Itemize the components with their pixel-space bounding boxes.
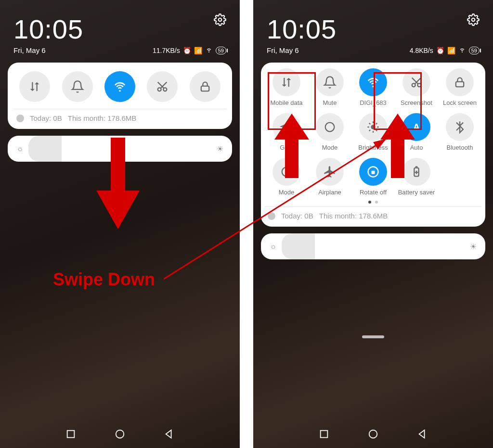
- data-usage-row[interactable]: Today: 0B This month: 178.6MB: [13, 109, 226, 125]
- date-label: Fri, May 6: [13, 46, 46, 54]
- wifi-status-icon: [205, 46, 213, 55]
- svg-point-0: [219, 18, 222, 22]
- tile-label: Lock screen: [443, 99, 477, 106]
- data-usage-row[interactable]: Today: 0B This month: 178.6MB: [265, 206, 481, 223]
- quick-panel-collapsed: Today: 0B This month: 178.6MB: [8, 63, 232, 129]
- usage-today: Today: 0B: [30, 114, 62, 122]
- svg-line-17: [376, 130, 377, 131]
- svg-rect-28: [321, 431, 328, 438]
- tutorial-dual-phone: 10:05 Fri, May 6 11.7KB/s ⏰ 📶 59: [0, 0, 493, 448]
- brightness-track[interactable]: [282, 233, 465, 259]
- date-label: Fri, May 6: [267, 46, 299, 54]
- bell-icon[interactable]: [316, 68, 344, 96]
- status-area: 10:05 Fri, May 6 11.7KB/s ⏰ 📶 59: [0, 0, 240, 57]
- nav-home[interactable]: [115, 429, 125, 439]
- brightness-low-icon: ☼: [16, 144, 24, 153]
- tile-bluetooth[interactable]: Bluetooth: [438, 113, 481, 151]
- svg-rect-9: [456, 82, 464, 87]
- svg-point-6: [472, 18, 475, 22]
- tile-label: Battery saver: [398, 189, 435, 196]
- svg-point-5: [116, 430, 124, 438]
- alarm-icon: ⏰: [183, 47, 191, 54]
- svg-point-10: [325, 123, 335, 132]
- usage-month: This month: 178.6MB: [68, 114, 137, 122]
- lock-icon[interactable]: [446, 68, 474, 96]
- brightness-high-icon: ☀: [217, 144, 223, 154]
- tile-label: Mode: [322, 144, 338, 151]
- brightness-high-icon: ☀: [470, 242, 477, 251]
- annotation-caption: Swipe Down: [53, 269, 155, 290]
- svg-rect-4: [67, 431, 75, 438]
- signal-icon: 📶: [447, 47, 455, 54]
- tile-label: Mute: [323, 99, 337, 106]
- svg-line-16: [369, 123, 370, 124]
- tile-label: Mode: [279, 189, 295, 196]
- annotation-arrow-up-2: [380, 114, 415, 178]
- nav-recent[interactable]: [65, 429, 76, 439]
- info-icon: [268, 212, 275, 220]
- toggle-lock[interactable]: [190, 71, 221, 102]
- phone-left: 10:05 Fri, May 6 11.7KB/s ⏰ 📶 59: [0, 0, 240, 448]
- gear-icon[interactable]: [214, 13, 226, 26]
- annotation-arrow-up-1: [274, 114, 309, 178]
- net-speed: 4.8KB/s: [410, 47, 433, 54]
- status-area: 10:05 Fri, May 6 4.8KB/s ⏰ 📶 59: [253, 0, 493, 57]
- brightness-slider[interactable]: ☼ ☀: [261, 233, 485, 259]
- tile-label: Bluetooth: [447, 144, 473, 151]
- toggle-row: [13, 69, 226, 107]
- toggle-mobile-data[interactable]: [19, 71, 50, 102]
- signal-icon: 📶: [194, 47, 202, 54]
- toggle-mute[interactable]: [62, 71, 93, 102]
- toggle-screenshot[interactable]: [147, 71, 178, 102]
- toggle-wifi[interactable]: [104, 71, 135, 102]
- nav-bar: [253, 429, 493, 439]
- battery-indicator: 59: [216, 47, 226, 54]
- wifi-status-icon: [458, 46, 466, 55]
- nav-bar: [0, 429, 240, 439]
- nav-recent[interactable]: [319, 429, 329, 439]
- tile-label: Rotate off: [360, 189, 387, 196]
- battery-indicator: 59: [469, 47, 480, 54]
- status-icons: 11.7KB/s ⏰ 📶 59: [153, 46, 226, 55]
- tile-lock-screen[interactable]: Lock screen: [438, 68, 481, 106]
- clock: 10:05: [267, 13, 337, 45]
- svg-rect-3: [201, 86, 209, 91]
- gear-icon[interactable]: [467, 13, 480, 26]
- usage-month: This month: 178.6MB: [319, 212, 388, 220]
- clock: 10:05: [13, 13, 83, 45]
- annotation-arrow-down: [96, 138, 140, 229]
- usage-today: Today: 0B: [281, 212, 313, 220]
- nav-home[interactable]: [368, 429, 378, 439]
- svg-point-29: [369, 430, 377, 438]
- mode-icon[interactable]: [316, 113, 344, 141]
- tile-label: Airplane: [318, 189, 341, 196]
- alarm-icon: ⏰: [436, 47, 444, 54]
- nav-back[interactable]: [417, 429, 428, 439]
- brightness-low-icon: ☼: [270, 242, 277, 251]
- svg-line-18: [369, 130, 370, 131]
- svg-rect-23: [372, 171, 375, 174]
- nav-back[interactable]: [164, 429, 174, 439]
- plane-icon[interactable]: [316, 158, 344, 186]
- phone-right: 10:05 Fri, May 6 4.8KB/s ⏰ 📶 59 Mobile d…: [253, 0, 493, 448]
- status-icons: 4.8KB/s ⏰ 📶 59: [410, 46, 480, 55]
- bt-icon[interactable]: [446, 113, 474, 141]
- tile-airplane[interactable]: Airplane: [308, 158, 351, 196]
- panel-drag-handle[interactable]: [362, 335, 384, 338]
- net-speed: 11.7KB/s: [153, 47, 180, 54]
- pager-dots[interactable]: [265, 196, 481, 205]
- info-icon: [16, 115, 24, 122]
